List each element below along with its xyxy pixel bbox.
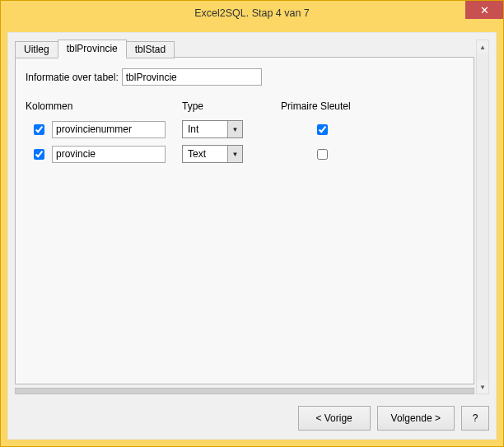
table-name-input[interactable] <box>122 68 262 86</box>
pk-checkbox[interactable] <box>317 124 328 135</box>
include-cell <box>26 147 52 162</box>
tab-panel: Informatie over tabel: Kolommen Type Pri… <box>15 57 474 384</box>
close-icon: ✕ <box>480 4 489 16</box>
scroll-down-button[interactable]: ▼ <box>477 380 488 393</box>
column-row: Int ▼ <box>26 120 464 138</box>
chevron-down-icon: ▼ <box>227 146 242 162</box>
button-label: < Vorige <box>315 412 352 424</box>
tab-tblstad[interactable]: tblStad <box>126 41 175 58</box>
hscroll-thumb[interactable] <box>15 388 474 394</box>
chevron-down-icon: ▼ <box>227 121 242 137</box>
chevron-up-icon: ▲ <box>479 44 486 51</box>
button-label: Volgende > <box>391 412 441 424</box>
type-combo[interactable]: Text ▼ <box>182 145 243 163</box>
column-name-input[interactable] <box>52 121 166 138</box>
tab-label: tblProvincie <box>67 43 118 54</box>
type-combo[interactable]: Int ▼ <box>182 120 243 138</box>
header-primaire-sleutel: Primaire Sleutel <box>281 100 351 112</box>
content-main: Uitleg tblProvincie tblStad Informatie o… <box>15 40 474 394</box>
prev-button[interactable]: < Vorige <box>298 406 371 431</box>
tab-label: tblStad <box>135 44 166 55</box>
type-combo-value: Int <box>183 121 227 137</box>
include-checkbox[interactable] <box>34 149 44 160</box>
info-row: Informatie over tabel: <box>26 68 464 86</box>
header-type: Type <box>182 100 281 112</box>
vscrollbar[interactable]: ▲ ▼ <box>476 40 489 394</box>
info-label: Informatie over tabel: <box>26 72 119 83</box>
type-cell: Text ▼ <box>182 145 281 163</box>
close-button[interactable]: ✕ <box>465 1 503 19</box>
scroll-up-button[interactable]: ▲ <box>477 40 488 54</box>
type-combo-value: Text <box>183 146 227 162</box>
tab-label: Uitleg <box>24 44 49 55</box>
window-chrome: Uitleg tblProvincie tblStad Informatie o… <box>1 26 503 446</box>
content-row: Uitleg tblProvincie tblStad Informatie o… <box>15 40 489 394</box>
header-kolommen: Kolommen <box>26 100 182 112</box>
pk-cell <box>297 147 347 162</box>
client-area: Uitleg tblProvincie tblStad Informatie o… <box>7 32 497 440</box>
column-name-input[interactable] <box>52 146 166 163</box>
button-label: ? <box>473 412 478 424</box>
wizard-footer: < Vorige Volgende > ? <box>15 394 489 431</box>
titlebar[interactable]: Excel2SQL. Stap 4 van 7 ✕ <box>1 1 503 26</box>
tab-divider <box>174 57 474 58</box>
type-cell: Int ▼ <box>182 120 281 138</box>
window-title: Excel2SQL. Stap 4 van 7 <box>1 7 503 19</box>
tab-uitleg[interactable]: Uitleg <box>15 41 58 58</box>
help-button[interactable]: ? <box>461 406 489 431</box>
chevron-down-icon: ▼ <box>479 384 486 391</box>
app-window: Excel2SQL. Stap 4 van 7 ✕ Uitleg tblProv… <box>0 0 504 447</box>
column-headers: Kolommen Type Primaire Sleutel <box>26 100 464 112</box>
column-row: Text ▼ <box>26 145 464 163</box>
tab-strip: Uitleg tblProvincie tblStad <box>15 40 474 58</box>
tab-tblprovincie[interactable]: tblProvincie <box>58 40 127 58</box>
pk-cell <box>297 122 347 137</box>
pk-checkbox[interactable] <box>317 149 328 160</box>
next-button[interactable]: Volgende > <box>377 406 455 431</box>
include-cell <box>26 122 52 137</box>
include-checkbox[interactable] <box>34 124 44 135</box>
hscrollbar[interactable] <box>15 388 474 394</box>
